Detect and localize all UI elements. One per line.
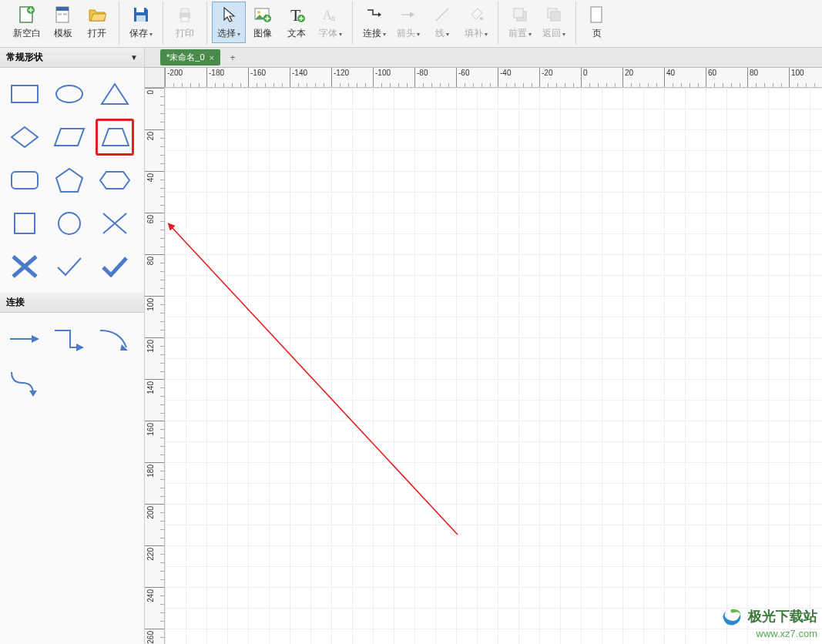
bring-front-icon <box>509 4 531 25</box>
fill-bucket-icon <box>465 4 487 25</box>
back-button[interactable]: 返回▾ <box>537 2 571 43</box>
svg-text:a: a <box>330 13 336 22</box>
tab-close-icon[interactable]: × <box>210 53 214 62</box>
shape-parallelogram[interactable] <box>50 119 89 156</box>
connector-arrow-straight[interactable] <box>5 320 44 357</box>
new-blank-icon <box>16 4 38 25</box>
svg-rect-10 <box>181 17 189 22</box>
shapes-grid <box>0 68 144 293</box>
text-label: 文本 <box>287 27 306 40</box>
svg-point-28 <box>59 213 80 234</box>
svg-rect-9 <box>181 8 189 13</box>
svg-rect-5 <box>63 13 67 15</box>
svg-rect-6 <box>136 8 144 12</box>
tab-title: *未命名_0 <box>166 52 205 63</box>
print-label: 打印 <box>176 27 194 40</box>
connector-arrow-s-curve[interactable] <box>5 364 44 401</box>
canvas-area: *未命名_0 × + -200-180-160-140-120-100-80-6… <box>145 48 822 644</box>
template-button[interactable]: 模板 <box>46 2 80 43</box>
shape-circle[interactable] <box>50 205 89 242</box>
document-tabbar: *未命名_0 × + <box>145 48 822 68</box>
shape-trapezoid[interactable] <box>96 119 134 156</box>
image-label: 图像 <box>253 27 272 40</box>
canvas-grid[interactable] <box>165 88 822 644</box>
svg-rect-3 <box>56 7 69 11</box>
connector-arrow-elbow[interactable] <box>50 320 89 357</box>
connectors-grid <box>0 313 144 408</box>
svg-rect-24 <box>12 86 38 102</box>
svg-rect-7 <box>136 15 146 22</box>
shape-x-thin[interactable] <box>96 205 134 242</box>
arrowhead-icon <box>398 4 419 25</box>
image-icon <box>252 4 273 25</box>
open-folder-icon <box>86 4 108 25</box>
shapes-panel-header[interactable]: 常规形状 ▼ <box>0 48 144 68</box>
save-icon <box>130 4 152 25</box>
new-blank-label: 新空白 <box>13 27 41 40</box>
shape-square[interactable] <box>5 205 44 242</box>
fill-button[interactable]: 填补▾ <box>459 2 493 43</box>
page-button[interactable]: 页 <box>581 2 613 43</box>
shape-x-thick[interactable] <box>5 248 44 285</box>
chevron-down-icon: ▾ <box>446 31 449 38</box>
watermark: 极光下载站 www.xz7.com <box>719 605 817 639</box>
select-label: 选择 <box>217 28 236 39</box>
connector-arrow-curve[interactable] <box>96 320 134 357</box>
select-button[interactable]: 选择▾ <box>212 2 246 43</box>
print-button[interactable]: 打印 <box>168 2 202 43</box>
page-icon <box>586 4 608 25</box>
front-button[interactable]: 前置▾ <box>503 2 537 43</box>
shape-hexagon[interactable] <box>96 162 134 199</box>
shape-diamond[interactable] <box>5 119 44 156</box>
shape-ellipse[interactable] <box>50 75 89 112</box>
image-button[interactable]: 图像 <box>246 2 280 43</box>
shape-check-thick[interactable] <box>96 248 134 285</box>
font-button[interactable]: Aa 字体▾ <box>314 2 347 43</box>
new-blank-button[interactable]: 新空白 <box>8 2 46 43</box>
chevron-down-icon: ▾ <box>237 31 240 38</box>
connect-button[interactable]: 连接▾ <box>357 2 391 43</box>
save-label: 保存 <box>129 28 148 39</box>
shape-sidebar: 常规形状 ▼ 连接 <box>0 48 145 644</box>
chevron-down-icon: ▾ <box>528 31 532 38</box>
svg-point-25 <box>56 86 82 102</box>
line-button[interactable]: 线▾ <box>425 2 459 43</box>
document-tab[interactable]: *未命名_0 × <box>160 49 220 65</box>
ruler-corner <box>145 68 165 88</box>
svg-rect-23 <box>591 7 602 22</box>
connect-panel-header[interactable]: 连接 <box>0 293 144 313</box>
open-button[interactable]: 打开 <box>80 2 114 43</box>
shape-check-thin[interactable] <box>50 248 89 285</box>
watermark-title: 极光下载站 <box>748 607 817 626</box>
chevron-down-icon: ▾ <box>149 31 153 38</box>
shape-rounded-rect[interactable] <box>5 162 44 199</box>
send-back-icon <box>543 4 565 25</box>
ruler-horizontal: -200-180-160-140-120-100-80-60-40-200204… <box>165 68 822 88</box>
arrow-label: 箭头 <box>397 28 415 39</box>
svg-rect-27 <box>15 213 35 233</box>
shape-rectangle[interactable] <box>5 75 44 112</box>
main-toolbar: 新空白 模板 打开 保存▾ 打印 <box>0 0 822 48</box>
shapes-header-label: 常规形状 <box>6 51 43 64</box>
font-icon: Aa <box>320 4 341 25</box>
svg-point-18 <box>480 17 483 20</box>
svg-rect-22 <box>551 12 560 21</box>
text-button[interactable]: T 文本 <box>280 2 314 43</box>
line-label: 线 <box>435 28 445 39</box>
print-icon <box>174 4 196 25</box>
chevron-down-icon: ▾ <box>417 31 420 38</box>
text-icon: T <box>286 4 307 25</box>
back-label: 返回 <box>542 28 561 39</box>
front-label: 前置 <box>508 28 527 39</box>
watermark-logo-icon <box>719 605 745 628</box>
arrow-button[interactable]: 箭头▾ <box>391 2 425 43</box>
tab-add-button[interactable]: + <box>225 50 240 65</box>
save-button[interactable]: 保存▾ <box>124 2 158 43</box>
chevron-down-icon: ▾ <box>339 31 342 38</box>
page-label: 页 <box>592 27 602 40</box>
shape-triangle[interactable] <box>96 75 134 112</box>
template-label: 模板 <box>54 27 72 40</box>
svg-rect-20 <box>514 8 523 18</box>
line-icon <box>431 4 453 25</box>
shape-pentagon[interactable] <box>50 162 89 199</box>
